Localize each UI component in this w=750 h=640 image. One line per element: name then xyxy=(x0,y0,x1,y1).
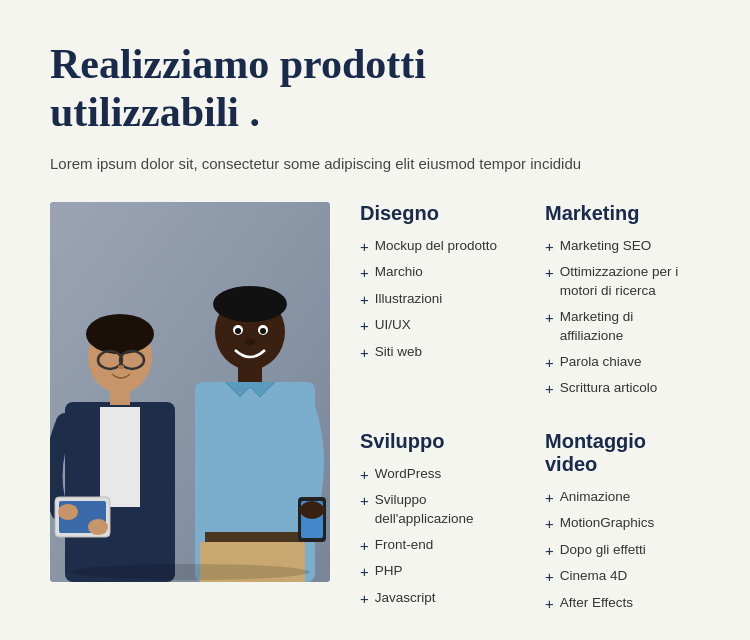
category-title-marketing: Marketing xyxy=(545,202,700,225)
list-item-label: MotionGraphics xyxy=(560,514,655,533)
list-item-label: Illustrazioni xyxy=(375,290,443,309)
category-title-sviluppo: Sviluppo xyxy=(360,430,515,453)
list-item-label: Marketing di affiliazione xyxy=(560,308,700,346)
list-item-label: Animazione xyxy=(560,488,631,507)
plus-icon: + xyxy=(545,353,554,373)
list-item: +Marchio xyxy=(360,263,515,283)
plus-icon: + xyxy=(360,290,369,310)
list-item: +Cinema 4D xyxy=(545,567,700,587)
list-item-label: Scrittura articolo xyxy=(560,379,658,398)
category-title-montaggio: Montaggio video xyxy=(545,430,700,476)
list-item-label: Marketing SEO xyxy=(560,237,652,256)
list-item: +Animazione xyxy=(545,488,700,508)
list-item: +PHP xyxy=(360,562,515,582)
list-item-label: Front-end xyxy=(375,536,434,555)
list-item: +Dopo gli effetti xyxy=(545,541,700,561)
category-disegno: Disegno+Mockup del prodotto+Marchio+Illu… xyxy=(360,202,515,406)
plus-icon: + xyxy=(545,541,554,561)
plus-icon: + xyxy=(360,237,369,257)
page-subheading: Lorem ipsum dolor sit, consectetur some … xyxy=(50,155,700,172)
svg-point-13 xyxy=(58,504,78,520)
list-item: +Javascript xyxy=(360,589,515,609)
plus-icon: + xyxy=(360,263,369,283)
page-heading: Realizziamo prodotti utilizzabili . xyxy=(50,40,700,137)
list-item: +Marketing di affiliazione xyxy=(545,308,700,346)
list-item-label: Sviluppo dell'applicazione xyxy=(375,491,515,529)
list-item-label: Siti web xyxy=(375,343,422,362)
list-item-label: WordPress xyxy=(375,465,442,484)
plus-icon: + xyxy=(360,562,369,582)
plus-icon: + xyxy=(545,488,554,508)
plus-icon: + xyxy=(545,379,554,399)
list-item: +Parola chiave xyxy=(545,353,700,373)
list-item: +Mockup del prodotto xyxy=(360,237,515,257)
plus-icon: + xyxy=(545,594,554,614)
svg-point-29 xyxy=(70,564,310,580)
list-item-label: Dopo gli effetti xyxy=(560,541,646,560)
list-item: +Marketing SEO xyxy=(545,237,700,257)
list-item: +Sviluppo dell'applicazione xyxy=(360,491,515,529)
plus-icon: + xyxy=(360,316,369,336)
svg-point-23 xyxy=(260,328,266,334)
plus-icon: + xyxy=(545,308,554,328)
svg-point-14 xyxy=(88,519,108,535)
svg-point-19 xyxy=(213,286,287,322)
list-item-label: Mockup del prodotto xyxy=(375,237,497,256)
plus-icon: + xyxy=(360,343,369,363)
plus-icon: + xyxy=(360,536,369,556)
list-item: +Scrittura articolo xyxy=(545,379,700,399)
plus-icon: + xyxy=(360,589,369,609)
list-item: +MotionGraphics xyxy=(545,514,700,534)
list-item-label: After Effects xyxy=(560,594,633,613)
list-item-label: PHP xyxy=(375,562,403,581)
list-item-label: Cinema 4D xyxy=(560,567,628,586)
svg-point-24 xyxy=(245,338,255,345)
plus-icon: + xyxy=(545,514,554,534)
svg-point-28 xyxy=(300,501,324,519)
svg-point-9 xyxy=(118,365,124,369)
list-item: +Ottimizzazione per i motori di ricerca xyxy=(545,263,700,301)
list-item-label: Javascript xyxy=(375,589,436,608)
plus-icon: + xyxy=(360,465,369,485)
hero-image xyxy=(50,202,330,582)
plus-icon: + xyxy=(360,491,369,511)
svg-point-5 xyxy=(86,314,154,354)
plus-icon: + xyxy=(545,263,554,283)
category-sviluppo: Sviluppo+WordPress+Sviluppo dell'applica… xyxy=(360,430,515,621)
list-item: +After Effects xyxy=(545,594,700,614)
svg-point-22 xyxy=(235,328,241,334)
list-item: +Illustrazioni xyxy=(360,290,515,310)
list-item: +Front-end xyxy=(360,536,515,556)
svg-rect-10 xyxy=(110,390,130,405)
list-item: +WordPress xyxy=(360,465,515,485)
category-marketing: Marketing+Marketing SEO+Ottimizzazione p… xyxy=(545,202,700,406)
list-item-label: Marchio xyxy=(375,263,423,282)
plus-icon: + xyxy=(545,567,554,587)
list-item: +Siti web xyxy=(360,343,515,363)
category-title-disegno: Disegno xyxy=(360,202,515,225)
list-item-label: UI/UX xyxy=(375,316,411,335)
category-montaggio: Montaggio video+Animazione+MotionGraphic… xyxy=(545,430,700,621)
services-grid: Disegno+Mockup del prodotto+Marchio+Illu… xyxy=(360,202,700,621)
svg-rect-3 xyxy=(100,407,140,507)
main-content: Disegno+Mockup del prodotto+Marchio+Illu… xyxy=(50,202,700,621)
list-item-label: Ottimizzazione per i motori di ricerca xyxy=(560,263,700,301)
plus-icon: + xyxy=(545,237,554,257)
list-item-label: Parola chiave xyxy=(560,353,642,372)
list-item: +UI/UX xyxy=(360,316,515,336)
